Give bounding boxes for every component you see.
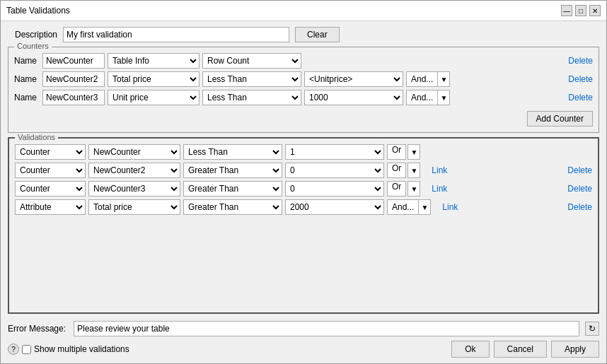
val-condition-select[interactable]: Greater Than Less Than Equal To (183, 199, 282, 215)
or-combo: Or ▼ (387, 144, 420, 160)
counter-condition-select[interactable]: Row Count Less Than Greater Than (202, 53, 301, 69)
main-window: Table Validations — □ ✕ Description Clea… (0, 0, 607, 364)
val-name-select[interactable]: Total price Unit price (88, 199, 180, 215)
bottom-buttons: Ok Cancel Apply (451, 341, 599, 358)
error-row: Error Message: ↻ (8, 321, 599, 336)
val-link-button[interactable]: Link (432, 165, 447, 175)
and-arrow-icon[interactable]: ▼ (437, 71, 450, 87)
counter-name-input[interactable] (42, 53, 105, 69)
counter-condition-select[interactable]: Less Than Row Count Greater Than (202, 71, 301, 87)
name-label: Name (14, 56, 40, 66)
minimize-button[interactable]: — (561, 5, 572, 16)
counter-type-select[interactable]: Total price Table Info Unit price (108, 71, 200, 87)
val-type-select[interactable]: Counter Attribute (15, 181, 86, 196)
description-input[interactable] (63, 27, 289, 42)
val-value-select[interactable]: 0 1 2000 (285, 181, 384, 196)
val-type-select[interactable]: Attribute Counter (15, 199, 86, 215)
show-multiple-row: ? Show multiple validations (8, 344, 129, 355)
counter-row: Name Unit price Table Info Total price L… (14, 90, 593, 105)
bottom-row: ? Show multiple validations Ok Cancel Ap… (8, 341, 599, 358)
validation-row: Attribute Counter Total price Unit price… (15, 199, 592, 215)
counter-name-input[interactable] (42, 90, 105, 105)
val-value-select[interactable]: 0 1 2000 (285, 163, 384, 178)
counters-section: Counters Name Table Info Total price Uni… (8, 47, 599, 133)
val-delete-link[interactable]: Delete (567, 202, 592, 212)
validations-label: Validations (15, 133, 58, 141)
val-value-select[interactable]: 2000 0 1 (285, 199, 384, 215)
counter-value-select[interactable]: <Unitprice> 1000 0 (304, 71, 403, 87)
and-combo: And... ▼ (406, 71, 450, 87)
description-label: Description (8, 30, 57, 40)
val-link-button[interactable]: Link (432, 184, 447, 194)
counters-label: Counters (14, 42, 52, 50)
add-counter-button[interactable]: Add Counter (527, 111, 593, 127)
close-button[interactable]: ✕ (589, 5, 601, 16)
val-value-select[interactable]: 1 0 2000 (285, 144, 384, 160)
counter-name-input[interactable] (42, 71, 105, 87)
counter-row: Name Table Info Total price Unit price R… (14, 53, 593, 69)
main-content: Description Clear Counters Name Table In… (1, 21, 606, 363)
val-type-select[interactable]: Counter Attribute (15, 144, 86, 160)
name-label: Name (14, 93, 40, 102)
counter-type-select[interactable]: Table Info Total price Unit price (108, 53, 200, 69)
title-bar: Table Validations — □ ✕ (1, 1, 606, 21)
window-title: Table Validations (6, 6, 70, 16)
val-condition-select[interactable]: Greater Than Less Than Equal To (183, 181, 282, 196)
validation-row: Counter Attribute NewCounter2 NewCounter… (15, 163, 592, 178)
and-arrow-icon[interactable]: ▼ (437, 90, 450, 105)
window-controls: — □ ✕ (561, 5, 601, 16)
val-name-select[interactable]: NewCounter3 NewCounter NewCounter2 (88, 181, 180, 196)
refresh-icon[interactable]: ↻ (585, 322, 599, 336)
val-link-button[interactable]: Link (442, 202, 458, 212)
counter-row: Name Total price Table Info Unit price L… (14, 71, 593, 87)
or-label: Or (387, 144, 406, 160)
counter-condition-select[interactable]: Less Than Row Count Greater Than (202, 90, 301, 105)
or-combo: Or ▼ (387, 181, 420, 196)
or-arrow-icon[interactable]: ▼ (407, 144, 420, 160)
description-row: Description Clear (8, 27, 599, 42)
or-label: Or (387, 181, 406, 196)
or-arrow-icon[interactable]: ▼ (407, 181, 420, 196)
counter-value-select[interactable]: 1000 0 2000 (304, 90, 403, 105)
and-label: And... (406, 71, 437, 87)
name-label: Name (14, 74, 40, 84)
apply-button[interactable]: Apply (551, 341, 599, 358)
show-multiple-label: Show multiple validations (34, 344, 129, 354)
val-name-select[interactable]: NewCounter2 NewCounter NewCounter3 (88, 163, 180, 178)
show-multiple-checkbox[interactable] (22, 345, 31, 354)
counter-delete-link[interactable]: Delete (568, 56, 593, 66)
help-icon[interactable]: ? (8, 344, 19, 355)
validation-rows: Counter Attribute NewCounter NewCounter2… (15, 144, 592, 215)
val-delete-link[interactable]: Delete (567, 184, 592, 194)
or-arrow-icon[interactable]: ▼ (407, 163, 420, 178)
and-label: And... (406, 90, 437, 105)
and-label: And... (387, 199, 418, 215)
and-combo: And... ▼ (406, 90, 450, 105)
validations-section: Validations Counter Attribute NewCounter… (8, 137, 599, 314)
clear-button[interactable]: Clear (295, 27, 340, 42)
error-message-input[interactable] (74, 321, 579, 336)
error-message-label: Error Message: (8, 324, 68, 334)
val-name-select[interactable]: NewCounter NewCounter2 NewCounter3 (88, 144, 180, 160)
and-combo: And... ▼ (387, 199, 431, 215)
counter-delete-link[interactable]: Delete (568, 93, 593, 102)
counter-type-select[interactable]: Unit price Table Info Total price (108, 90, 200, 105)
cancel-button[interactable]: Cancel (494, 341, 547, 358)
validation-row: Counter Attribute NewCounter NewCounter2… (15, 144, 592, 160)
or-label: Or (387, 163, 406, 178)
val-type-select[interactable]: Counter Attribute (15, 163, 86, 178)
val-condition-select[interactable]: Less Than Greater Than Equal To (183, 144, 282, 160)
validation-row: Counter Attribute NewCounter3 NewCounter… (15, 181, 592, 196)
counter-rows: Name Table Info Total price Unit price R… (14, 53, 593, 105)
val-delete-link[interactable]: Delete (567, 165, 592, 175)
val-condition-select[interactable]: Greater Than Less Than Equal To (183, 163, 282, 178)
ok-button[interactable]: Ok (451, 341, 489, 358)
or-combo: Or ▼ (387, 163, 420, 178)
maximize-button[interactable]: □ (575, 5, 586, 16)
and-arrow-icon[interactable]: ▼ (418, 199, 431, 215)
counter-delete-link[interactable]: Delete (568, 74, 593, 84)
